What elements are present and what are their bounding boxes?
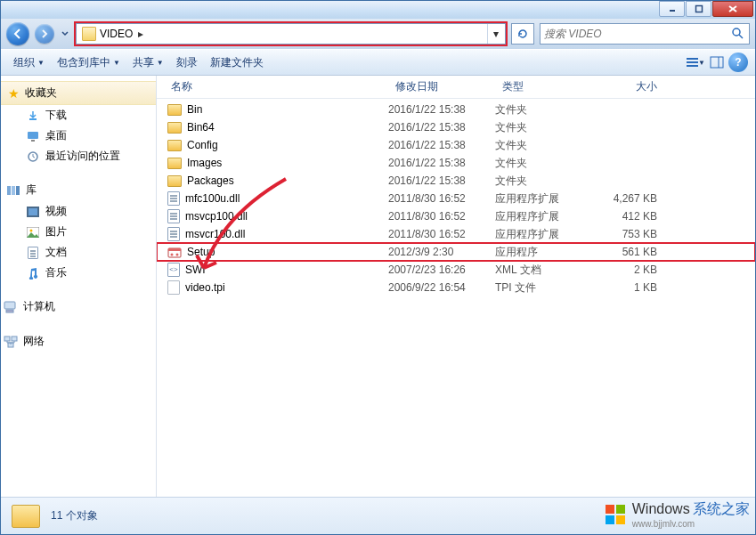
svg-rect-6 [687,58,698,60]
file-date: 2012/3/9 2:30 [388,246,495,258]
svg-rect-23 [6,310,13,312]
toolbar-newfolder[interactable]: 新建文件夹 [205,53,269,73]
sidebar-item-recent[interactable]: 最近访问的位置 [1,146,156,166]
chevron-down-icon: ▼ [157,59,164,67]
file-row[interactable]: Config2016/1/22 15:38文件夹 [157,136,755,154]
file-row[interactable]: Setup2012/3/9 2:30应用程序561 KB [157,243,755,261]
file-name: Images [187,157,222,169]
folder-icon [167,175,182,187]
maximize-button[interactable] [686,1,711,17]
file-row[interactable]: Packages2016/1/22 15:38文件夹 [157,172,755,190]
sidebar-label: 网络 [23,334,45,349]
sidebar-item-music[interactable]: 音乐 [1,263,156,283]
svg-rect-12 [28,132,38,139]
toolbar-share[interactable]: 共享▼ [127,53,169,73]
file-row[interactable]: mfc100u.dll2011/8/30 16:52应用程序扩展4,267 KB [157,190,755,207]
dll-icon [167,209,180,223]
file-row[interactable]: msvcp100.dll2011/8/30 16:52应用程序扩展412 KB [157,207,755,225]
file-type: 文件夹 [495,174,602,189]
video-icon [26,205,40,219]
library-icon [6,183,20,198]
file-list[interactable]: Bin2016/1/22 15:38文件夹Bin642016/1/22 15:3… [157,99,755,497]
sidebar-label: 收藏夹 [25,85,57,101]
sidebar-network-header[interactable]: 网络 [1,330,156,353]
sidebar-item-desktop[interactable]: 桌面 [1,126,156,146]
nav-forward-button[interactable] [35,24,54,44]
svg-rect-33 [606,515,614,524]
folder-icon [167,158,182,169]
svg-rect-25 [12,336,17,341]
file-row[interactable]: video.tpi2006/9/22 16:54TPI 文件1 KB [157,279,755,296]
recent-icon [26,150,40,164]
svg-rect-11 [29,118,37,120]
address-dropdown[interactable]: ▾ [487,24,503,44]
nav-back-button[interactable] [6,22,29,45]
file-row[interactable]: SWI2007/2/23 16:26XML 文档2 KB [157,261,755,279]
sidebar-computer-header[interactable]: 计算机 [1,296,156,318]
breadcrumb-chevron[interactable]: ▸ [133,28,149,40]
svg-rect-8 [687,65,698,67]
search-icon[interactable] [729,27,745,42]
sidebar-item-label: 文档 [45,245,67,260]
column-name[interactable]: 名称 [164,79,388,94]
refresh-button[interactable] [511,23,534,45]
column-date[interactable]: 修改日期 [388,79,495,94]
file-name: Setup [187,246,215,258]
svg-line-3 [729,6,736,12]
help-button[interactable]: ? [728,53,748,72]
sidebar-item-label: 视频 [45,204,67,219]
view-options-button[interactable]: ▼ [686,53,705,72]
sidebar-item-videos[interactable]: 视频 [1,201,156,222]
file-date: 2016/1/22 15:38 [388,103,495,116]
column-type[interactable]: 类型 [495,79,602,94]
close-button[interactable] [712,1,753,17]
toolbar-organize[interactable]: 组织▼ [8,53,50,73]
sidebar-item-documents[interactable]: 文档 [1,242,156,263]
maximize-icon [695,4,703,13]
toolbar-burn[interactable]: 刻录 [171,53,203,73]
address-bar[interactable]: VIDEO ▸ ▾ [76,23,506,45]
file-icon [167,280,180,295]
file-date: 2011/8/30 16:52 [388,210,495,223]
file-date: 2016/1/22 15:38 [388,157,495,169]
folder-icon [167,122,182,134]
sidebar-item-downloads[interactable]: 下载 [1,105,156,126]
titlebar [1,1,755,19]
sidebar-label: 计算机 [23,299,55,314]
file-size: 2 KB [602,263,673,276]
sidebar-libraries-header[interactable]: 库 [1,179,156,201]
nav-history-dropdown[interactable] [60,25,70,43]
file-row[interactable]: Bin2016/1/22 15:38文件夹 [157,101,755,118]
preview-pane-button[interactable] [707,53,727,72]
file-row[interactable]: Bin642016/1/22 15:38文件夹 [157,118,755,136]
sidebar-favorites-header[interactable]: ★ 收藏夹 [1,81,156,105]
file-type: 文件夹 [495,102,602,118]
svg-line-2 [729,6,736,12]
file-name: Bin64 [187,121,215,134]
file-date: 2016/1/22 15:38 [388,121,495,134]
close-icon [728,4,738,13]
file-type: 文件夹 [495,138,602,153]
file-name: msvcr100.dll [185,228,245,240]
column-size[interactable]: 大小 [602,79,673,94]
svg-rect-16 [12,186,15,195]
desktop-icon [26,129,40,143]
minimize-button[interactable] [659,1,685,17]
svg-rect-34 [616,515,625,524]
explorer-window: VIDEO ▸ ▾ 组织▼ 包含到库中▼ 共享▼ 刻录 新建文件夹 ▼ ? [0,0,756,535]
file-name: video.tpi [185,281,225,294]
music-icon [26,266,40,280]
file-name: mfc100u.dll [185,192,240,205]
file-size: 1 KB [602,281,673,294]
search-bar[interactable] [540,23,750,45]
logo-icon [604,503,627,526]
breadcrumb-segment[interactable]: VIDEO [100,28,133,40]
xml-icon [167,263,180,277]
file-row[interactable]: msvcr100.dll2011/8/30 16:52应用程序扩展753 KB [157,225,755,243]
svg-point-29 [171,254,174,256]
file-date: 2016/1/22 15:38 [388,139,495,151]
toolbar-include[interactable]: 包含到库中▼ [52,53,126,73]
sidebar-item-pictures[interactable]: 图片 [1,222,156,242]
search-input[interactable] [544,28,729,40]
file-row[interactable]: Images2016/1/22 15:38文件夹 [157,154,755,172]
